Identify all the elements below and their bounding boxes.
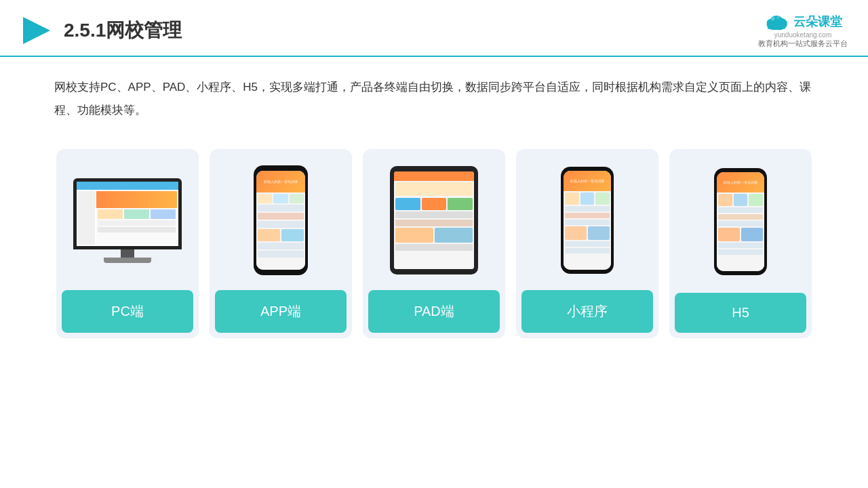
tablet-mockup: [390, 166, 478, 274]
page-title: 2.5.1网校管理: [64, 18, 182, 43]
header-left: 2.5.1网校管理: [20, 14, 182, 47]
header: 2.5.1网校管理 云朵课堂 yunduoketang.com 教育机构一站式服…: [0, 0, 868, 57]
mini-phone-mockup-h5: 职场人的第一堂培训课: [714, 168, 767, 275]
cards-container: PC端 职场人的第一堂培训课: [0, 136, 868, 352]
mini-phone-mockup-miniprogram: 职场人的第一堂培训课: [561, 167, 614, 274]
card-h5-label: H5: [675, 293, 806, 333]
logo-cloud: 云朵课堂: [764, 12, 842, 31]
logo-text: 云朵课堂: [793, 14, 842, 30]
card-app-image: 职场人的第一堂培训课: [210, 149, 352, 285]
card-miniprogram-image: 职场人的第一堂培训课: [516, 149, 658, 285]
card-app: 职场人的第一堂培训课: [210, 149, 352, 338]
card-h5: 职场人的第一堂培训课: [669, 149, 812, 338]
card-pc-label: PC端: [62, 290, 193, 333]
card-pad: PAD端: [363, 149, 505, 338]
card-pad-image: [363, 149, 505, 285]
card-pc: PC端: [56, 149, 199, 338]
card-app-label: APP端: [215, 290, 347, 333]
card-pc-image: [56, 149, 199, 285]
card-pad-label: PAD端: [368, 290, 500, 333]
phone-mockup-app: 职场人的第一堂培训课: [254, 165, 308, 275]
pc-monitor-icon: [73, 178, 182, 263]
cloud-logo-icon: [764, 12, 789, 31]
description-text: 网校支持PC、APP、PAD、小程序、H5，实现多端打通，产品各终端自由切换，数…: [0, 57, 868, 129]
logo-subtitle: 教育机构一站式服务云平台: [758, 39, 848, 49]
svg-point-6: [771, 16, 775, 20]
card-h5-image: 职场人的第一堂培训课: [669, 149, 812, 287]
logo-area: 云朵课堂 yunduoketang.com 教育机构一站式服务云平台: [758, 12, 848, 49]
card-miniprogram-label: 小程序: [521, 290, 653, 333]
svg-point-7: [776, 16, 780, 20]
svg-marker-0: [23, 17, 50, 44]
svg-rect-5: [768, 24, 785, 29]
play-icon: [20, 14, 53, 47]
card-miniprogram: 职场人的第一堂培训课: [516, 149, 658, 338]
logo-domain: yunduoketang.com: [774, 31, 832, 39]
